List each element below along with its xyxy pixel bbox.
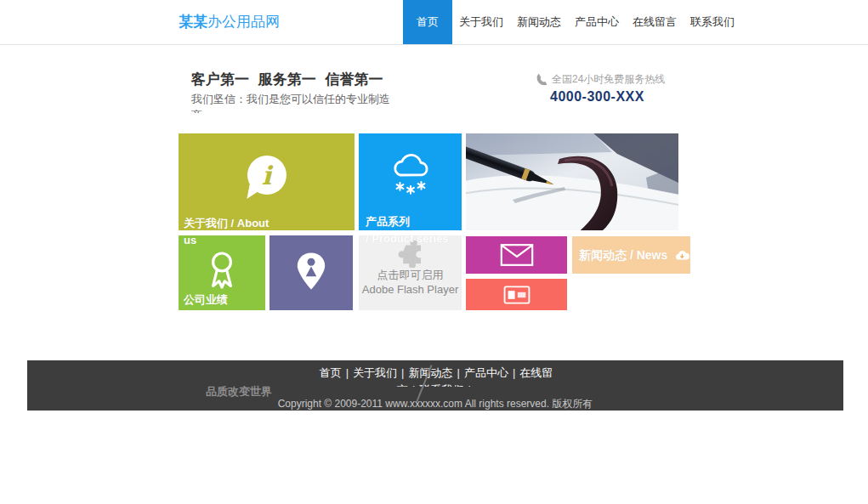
footer-separator: | — [412, 383, 415, 387]
nav-products[interactable]: 产品中心 — [568, 0, 626, 44]
nav-about[interactable]: 关于我们 — [452, 0, 510, 44]
id-card-icon — [503, 284, 530, 306]
footer-separator: | — [401, 366, 404, 379]
logo-bold-part: 某某 — [179, 14, 207, 30]
hero-subtitle: 我们坚信：我们是您可以信任的专业制造商 — [191, 91, 392, 113]
footer-separator: | — [513, 366, 515, 379]
main-nav: 首页 关于我们 新闻动态 产品中心 在线留言 联系我们 — [403, 0, 741, 44]
tile-about-label: 关于我们 / About us — [184, 215, 291, 249]
nav-contact[interactable]: 联系我们 — [684, 0, 741, 44]
footer-separator: | — [346, 366, 349, 379]
page: 某某办公用品网 首页 关于我们 新闻动态 产品中心 在线留言 联系我们 客户第一… — [0, 0, 868, 504]
footer-separator: | — [457, 366, 460, 379]
tile-contact-card[interactable] — [466, 279, 567, 310]
nav-home[interactable]: 首页 — [403, 0, 452, 44]
site-logo[interactable]: 某某办公用品网 — [179, 12, 280, 31]
envelope-icon — [500, 243, 534, 267]
footer-link-home[interactable]: 首页 — [320, 366, 342, 379]
tile-products-label: 产品系列 / Product series — [366, 213, 461, 247]
nav-guestbook[interactable]: 在线留言 — [626, 0, 684, 44]
tile-mail[interactable] — [466, 236, 567, 274]
tile-product-series[interactable]: 产品系列 / Product series — [359, 133, 462, 230]
banner-photo-pen[interactable] — [466, 133, 678, 230]
pen-photo-art — [466, 133, 678, 230]
phone-icon — [536, 73, 548, 86]
snow-cloud-icon — [359, 152, 462, 196]
award-ribbon-icon — [179, 249, 265, 292]
map-pin-icon — [269, 251, 353, 292]
footer-nav: 首页|关于我们|新闻动态|产品中心|在线留言|联系我们| — [317, 365, 555, 387]
tile-news-label: 新闻动态 / News — [579, 246, 667, 263]
nav-news[interactable]: 新闻动态 — [510, 0, 568, 44]
copyright-text: Copyright © 2009-2011 www.xxxxxx.com All… — [27, 397, 843, 411]
flash-prompt-text: 点击即可启用 Adobe Flash Player — [359, 268, 462, 297]
info-speech-bubble-icon: i — [247, 156, 286, 195]
tile-news[interactable]: 新闻动态 / News — [572, 236, 690, 274]
tile-about-us[interactable]: i 关于我们 / About us — [179, 133, 355, 230]
footer-link-about[interactable]: 关于我们 — [353, 366, 397, 379]
hotline-block: 全国24小时免费服务热线 4000-300-XXX — [536, 72, 665, 105]
footer-link-products[interactable]: 产品中心 — [464, 366, 508, 379]
download-cloud-icon — [674, 244, 690, 266]
footer-link-contact[interactable]: 联系我们 — [420, 383, 464, 387]
hotline-number: 4000-300-XXX — [550, 89, 665, 105]
header: 某某办公用品网 首页 关于我们 新闻动态 产品中心 在线留言 联系我们 — [0, 0, 868, 45]
hero-title: 客户第一 服务第一 信誉第一 — [191, 70, 383, 89]
footer-separator: | — [468, 383, 471, 387]
logo-rest-part: 办公用品网 — [207, 14, 280, 30]
tile-achievements-label: 公司业绩 — [184, 292, 265, 309]
hotline-label: 全国24小时免费服务热线 — [552, 72, 665, 87]
footer: 首页|关于我们|新闻动态|产品中心|在线留言|联系我们| 品质改变世界 Copy… — [27, 360, 843, 411]
